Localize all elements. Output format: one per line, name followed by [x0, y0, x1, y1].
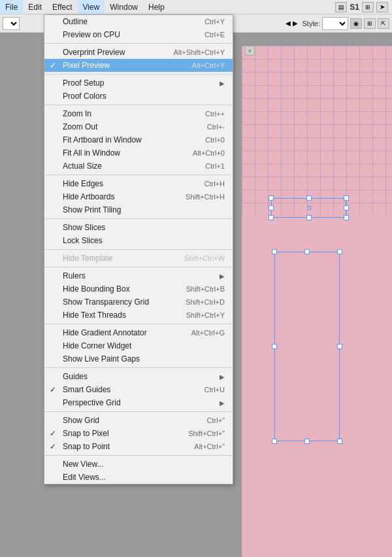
preview-cpu-label: Preview on CPU: [63, 30, 120, 39]
divider-11: [44, 455, 233, 456]
menu-item-pixel-preview[interactable]: ✓ Pixel Preview Alt+Ctrl+Y: [44, 59, 233, 72]
zoom-in-label: Zoom In: [63, 109, 91, 118]
top-handle-br[interactable]: [344, 215, 349, 220]
handle-tr[interactable]: [337, 249, 342, 254]
toolbar-icon-s1[interactable]: S1: [350, 3, 359, 12]
top-handle-mr[interactable]: [344, 205, 349, 211]
perspective-grid-label: Perspective Grid: [63, 398, 121, 407]
menu-item-show-slices[interactable]: Show Slices: [44, 221, 233, 234]
menu-item-fit-artboard[interactable]: Fit Artboard in Window Ctrl+0: [44, 133, 233, 146]
menu-item-smart-guides[interactable]: ✓ Smart Guides Ctrl+U: [44, 383, 233, 396]
menu-item-rulers[interactable]: Rulers ▶: [44, 269, 233, 282]
menu-view[interactable]: View: [78, 0, 105, 14]
menu-item-gradient-annotator[interactable]: Hide Gradient Annotator Alt+Ctrl+G: [44, 326, 233, 339]
top-handle-tm[interactable]: [306, 195, 312, 201]
top-handle-bl[interactable]: [269, 215, 274, 220]
handle-tl[interactable]: [272, 249, 277, 254]
divider-1: [44, 43, 233, 44]
menu-item-show-grid[interactable]: Show Grid Ctrl+": [44, 414, 233, 427]
fit-all-label: Fit All in Window: [63, 148, 120, 158]
menu-effect[interactable]: Effect: [47, 0, 77, 14]
expand-icon[interactable]: ⇱: [378, 18, 389, 29]
menu-item-bounding-box[interactable]: Hide Bounding Box Shift+Ctrl+B: [44, 282, 233, 295]
top-handle-bm[interactable]: [306, 215, 312, 220]
menu-item-outline[interactable]: Outline Ctrl+Y: [44, 15, 233, 28]
fit-artboard-shortcut: Ctrl+0: [205, 136, 225, 144]
menu-item-zoom-in[interactable]: Zoom In Ctrl++: [44, 107, 233, 120]
menu-item-live-paint-gaps[interactable]: Show Live Paint Gaps: [44, 352, 233, 365]
menu-item-transparency-grid[interactable]: Show Transparency Grid Shift+Ctrl+D: [44, 295, 233, 309]
arrange-icon[interactable]: ⊞: [364, 18, 376, 29]
style-select[interactable]: [322, 17, 348, 30]
snap-pixel-shortcut: Shift+Ctrl+": [188, 430, 225, 437]
menu-item-hide-artboards[interactable]: Hide Artboards Shift+Ctrl+H: [44, 190, 233, 203]
top-selected-shape[interactable]: [271, 198, 346, 218]
menu-edit[interactable]: Edit: [23, 0, 47, 14]
toolbar-icon-arrow[interactable]: ➤: [376, 2, 388, 12]
top-handle-ml[interactable]: [269, 205, 274, 211]
toolbar-icon-1[interactable]: ▤: [335, 2, 347, 12]
menu-item-snap-point[interactable]: ✓ Snap to Point Alt+Ctrl+": [44, 440, 233, 453]
menu-item-edit-views[interactable]: Edit Views...: [44, 471, 233, 484]
top-handle-tl[interactable]: [269, 195, 274, 201]
menu-item-new-view[interactable]: New View...: [44, 458, 233, 471]
menu-item-proof-setup[interactable]: Proof Setup ▶: [44, 76, 233, 90]
handle-br[interactable]: [337, 439, 342, 444]
menu-file[interactable]: File: [0, 0, 23, 14]
zoom-out-label: Zoom Out: [63, 122, 97, 131]
menu-item-hide-edges[interactable]: Hide Edges Ctrl+H: [44, 177, 233, 190]
divider-9: [44, 367, 233, 368]
divider-2: [44, 74, 233, 75]
menu-item-fit-all[interactable]: Fit All in Window Alt+Ctrl+0: [44, 146, 233, 160]
menu-item-proof-colors[interactable]: Proof Colors: [44, 90, 233, 103]
menubar: File Edit Effect View Window Help ▤ S1 ⊞…: [0, 0, 392, 14]
menu-window[interactable]: Window: [105, 0, 143, 14]
divider-5: [44, 218, 233, 219]
zoom-right-icon[interactable]: ▶: [293, 20, 298, 27]
menu-help[interactable]: Help: [143, 0, 170, 14]
top-handle-tr[interactable]: [344, 195, 349, 201]
menu-item-zoom-out[interactable]: Zoom Out Ctrl+-: [44, 120, 233, 133]
menu-item-guides[interactable]: Guides ▶: [44, 370, 233, 383]
document-select[interactable]: [3, 17, 20, 30]
lock-slices-label: Lock Slices: [63, 236, 103, 245]
snap-point-check: ✓: [50, 442, 56, 451]
menu-item-perspective-grid[interactable]: Perspective Grid ▶: [44, 396, 233, 409]
handle-ml[interactable]: [272, 344, 277, 349]
menu-item-lock-slices[interactable]: Lock Slices: [44, 234, 233, 247]
selected-shape[interactable]: [274, 252, 340, 441]
menu-item-overprint[interactable]: Overprint Preview Alt+Shift+Ctrl+Y: [44, 46, 233, 59]
show-slices-label: Show Slices: [63, 223, 105, 232]
menu-item-print-tiling[interactable]: Show Print Tiling: [44, 203, 233, 216]
toolbar-icon-grid[interactable]: ⊞: [362, 2, 374, 12]
actual-size-shortcut: Ctrl+1: [205, 162, 225, 170]
snap-pixel-label: Snap to Pixel: [63, 429, 109, 438]
zoom-controls: ◀ ▶ Style: ◉ ⊞ ⇱: [286, 17, 389, 30]
hide-artboards-shortcut: Shift+Ctrl+H: [186, 193, 225, 201]
live-paint-gaps-label: Show Live Paint Gaps: [63, 354, 140, 363]
divider-7: [44, 267, 233, 267]
handle-bm[interactable]: [304, 439, 310, 444]
gradient-annotator-shortcut: Alt+Ctrl+G: [191, 329, 225, 337]
menu-item-text-threads[interactable]: Hide Text Threads Shift+Ctrl+Y: [44, 309, 233, 322]
overprint-label: Overprint Preview: [63, 48, 125, 57]
color-icon[interactable]: ◉: [350, 18, 362, 29]
zoom-left-icon[interactable]: ◀: [286, 20, 291, 27]
handle-mr[interactable]: [337, 344, 342, 349]
perspective-grid-arrow: ▶: [220, 399, 225, 407]
menu-item-actual-size[interactable]: Actual Size Ctrl+1: [44, 160, 233, 173]
grid-overlay: [242, 46, 392, 216]
menu-item-snap-pixel[interactable]: ✓ Snap to Pixel Shift+Ctrl+": [44, 427, 233, 440]
handle-tm[interactable]: [304, 249, 310, 254]
smart-guides-check: ✓: [50, 385, 56, 394]
menu-item-preview-cpu[interactable]: Preview on CPU Ctrl+E: [44, 28, 233, 41]
panel-close-button[interactable]: ×: [245, 46, 255, 56]
menu-item-corner-widget[interactable]: Hide Corner Widget: [44, 339, 233, 352]
fit-artboard-label: Fit Artboard in Window: [63, 135, 142, 144]
bounding-box-shortcut: Shift+Ctrl+B: [186, 285, 225, 293]
transparency-grid-shortcut: Shift+Ctrl+D: [186, 298, 225, 306]
proof-setup-label: Proof Setup: [63, 78, 104, 88]
snap-point-label: Snap to Point: [63, 442, 110, 451]
style-label: Style:: [302, 20, 320, 27]
handle-bl[interactable]: [272, 439, 277, 444]
